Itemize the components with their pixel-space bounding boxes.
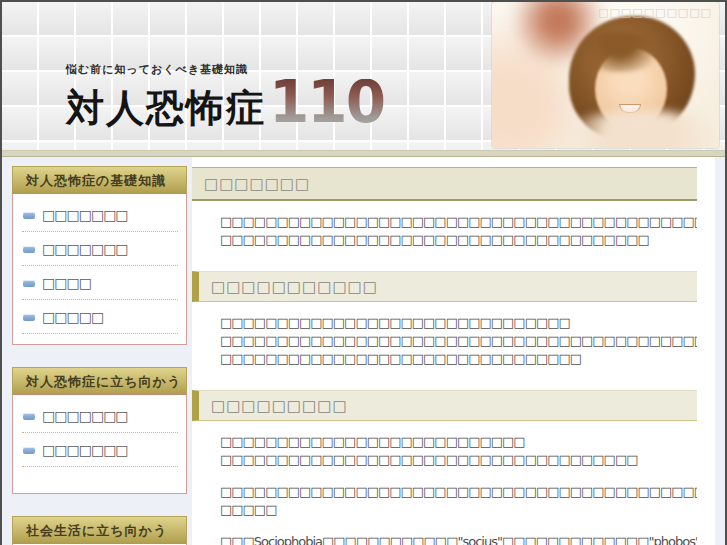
site-title-number: 110 — [269, 79, 384, 127]
text-line: □□□□□□□□□□□□□□□□□□□□□□□□□□□□□□□□□□□□□□□□… — [220, 332, 697, 350]
bullet-icon — [23, 212, 35, 219]
header-divider — [2, 150, 725, 157]
bullet-icon — [23, 246, 35, 253]
sidebar-item[interactable]: □□□□□□□ — [22, 232, 178, 266]
section-heading: □□□□□□□□□ — [192, 390, 697, 421]
site-header: □□□□□□□□□□ 悩む前に知っておくべき基礎知識 対人恐怖症 110 — [2, 2, 725, 150]
sidebar-item-label: □□□□□□□ — [42, 408, 128, 424]
site-logo[interactable]: 悩む前に知っておくべき基礎知識 対人恐怖症 110 — [66, 62, 384, 127]
header-photo — [492, 2, 719, 148]
bullet-icon — [23, 413, 35, 420]
intro-paragraph: □□□□□□□□□□□□□□□□□□□□□□□□□□□□□□□□□□□□□□□□… — [220, 213, 697, 249]
sidebar: 対人恐怖症の基礎知識 □□□□□□□ □□□□□□□ □□□□ — [12, 166, 187, 545]
body-area: □□□□□□□ □□□□□□□□□□□□□□□□□□□□□□□□□□□□□□□□… — [2, 157, 725, 545]
sidebar-item[interactable]: □□□□ — [22, 266, 178, 300]
sidebar-menu: □□□□□□□ □□□□□□□ — [12, 395, 187, 494]
sidebar-item-label: □□□□□□□ — [42, 442, 128, 458]
sidebar-item-label: □□□□□ — [42, 309, 103, 325]
sidebar-item-label: □□□□ — [42, 275, 91, 291]
section-paragraph: □□□□□□□□□□□□□□□□□□□□□□□□□□□□□□□□□□□□□□□□… — [220, 483, 697, 519]
text-line: □□□□□□□□□□□□□□□□□□□□□□□□□□□ — [220, 433, 697, 451]
photo-woman-fringe — [577, 32, 663, 72]
sidebar-item[interactable]: □□□□□□□ — [22, 399, 178, 433]
text-line: □□□□□ — [220, 501, 697, 519]
sidebar-section-social-life: 社会生活に立ち向かう □□□□□□□ □□□□□□□ — [12, 516, 187, 545]
text-line: □□□□□□□□□□□□□□□□□□□□□□□□□□□□□□□□□□□□□□ — [220, 231, 697, 249]
page: □□□□□□□□□□ 悩む前に知っておくべき基礎知識 対人恐怖症 110 □□□… — [0, 0, 727, 545]
sidebar-item[interactable]: □□□□□□□ — [22, 198, 178, 232]
sidebar-menu: □□□□□□□ □□□□□□□ □□□□ □□□□□ — [12, 194, 187, 345]
bullet-icon — [23, 280, 35, 287]
text-line: □□□□□□□□□□□□□□□□□□□□□□□□□□□□□□□□□□□□□□□□… — [220, 483, 697, 501]
text-line: □□□□□□□□□□□□□□□□□□□□□□□□□□□□□□□□□□□□□□□□… — [220, 213, 697, 231]
bullet-icon — [23, 314, 35, 321]
text-line: □□□□□□□□□□□□□□□□□□□□□□□□□□□□□□□□□□□□□ — [220, 451, 697, 469]
page-title: □□□□□□□ — [192, 167, 697, 201]
section-paragraph: □□□Sociophobia□□□□□□□□□□□□"socius"□□□□□□… — [220, 533, 697, 545]
sidebar-item[interactable]: □□□□□ — [22, 300, 178, 334]
sidebar-item-label: □□□□□□□ — [42, 207, 128, 223]
sidebar-section-title: 対人恐怖症に立ち向かう — [12, 367, 187, 395]
sidebar-item-label: □□□□□□□ — [42, 241, 128, 257]
section-paragraph: □□□□□□□□□□□□□□□□□□□□□□□□□□□□□□□ □□□□□□□□… — [220, 314, 697, 368]
sidebar-section-basics: 対人恐怖症の基礎知識 □□□□□□□ □□□□□□□ □□□□ — [12, 166, 187, 345]
text-line: □□□□□□□□□□□□□□□□□□□□□□□□□□□□□□□□ — [220, 350, 697, 368]
sidebar-section-title: 対人恐怖症の基礎知識 — [12, 166, 187, 194]
top-utility-nav[interactable]: □□□□□□□□□□ — [598, 6, 712, 19]
site-title: 対人恐怖症 — [66, 89, 266, 127]
sidebar-section-title: 社会生活に立ち向かう — [12, 516, 187, 544]
text-line: □□□□□□□□□□□□□□□□□□□□□□□□□□□□□□□ — [220, 314, 697, 332]
bullet-icon — [23, 447, 35, 454]
text-line: □□□Sociophobia□□□□□□□□□□□□"socius"□□□□□□… — [220, 533, 697, 545]
main-content: □□□□□□□ □□□□□□□□□□□□□□□□□□□□□□□□□□□□□□□□… — [192, 157, 715, 545]
section-heading: □□□□□□□□□□□ — [192, 271, 697, 302]
sidebar-item[interactable]: □□□□□□□ — [22, 433, 178, 467]
section-paragraph: □□□□□□□□□□□□□□□□□□□□□□□□□□□ □□□□□□□□□□□□… — [220, 433, 697, 469]
sidebar-section-coping: 対人恐怖症に立ち向かう □□□□□□□ □□□□□□□ — [12, 367, 187, 494]
